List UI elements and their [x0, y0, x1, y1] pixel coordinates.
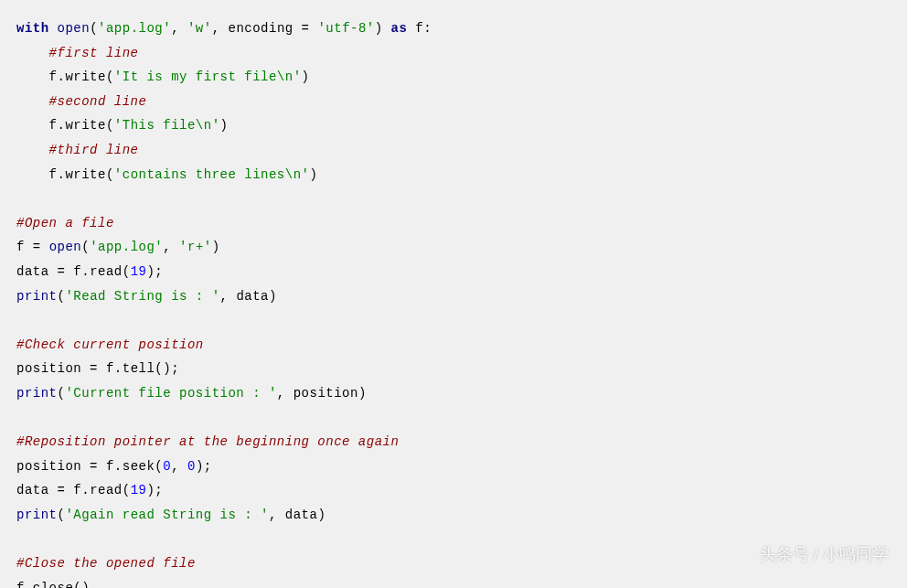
ident-position: position	[16, 361, 81, 376]
string-filename: 'app.log'	[98, 21, 171, 36]
code-line-1: with open('app.log', 'w', encoding = 'ut…	[16, 16, 891, 41]
call-seek: f.seek	[106, 459, 155, 474]
code-line-12: #Check current position	[16, 333, 891, 358]
builtin-open: open	[49, 240, 82, 254]
call-write: f.write	[49, 118, 106, 133]
ident-f: f	[16, 240, 25, 254]
number-0: 0	[163, 459, 171, 474]
ident-data: data	[236, 289, 269, 304]
code-line-14: print('Current file position : ', positi…	[16, 381, 891, 406]
comment-third: #third line	[49, 143, 139, 157]
string-line3: 'contains three lines\n'	[114, 167, 310, 182]
builtin-print: print	[16, 289, 58, 304]
code-line-4: #second line	[16, 90, 891, 114]
keyword-as: as	[391, 21, 408, 36]
string-line2: 'This file\n'	[114, 118, 220, 133]
ident-position: position	[293, 386, 358, 401]
string-line1: 'It is my first file\n'	[114, 69, 302, 84]
code-block: with open('app.log', 'w', encoding = 'ut…	[16, 16, 891, 588]
code-line-3: f.write('It is my first file\n')	[16, 65, 891, 90]
blank-line	[16, 187, 891, 211]
code-line-11: print('Read String is : ', data)	[16, 284, 891, 309]
string-mode: 'r+'	[179, 240, 212, 254]
builtin-print: print	[16, 386, 58, 401]
number-0: 0	[187, 459, 196, 474]
keyword-with: with	[16, 21, 49, 36]
string-filename: 'app.log'	[90, 240, 163, 254]
comment-first: #first line	[49, 46, 139, 60]
comment-open: #Open a file	[16, 216, 114, 230]
string-position: 'Current file position : '	[65, 386, 276, 401]
builtin-print: print	[16, 508, 58, 522]
ident-f: f:	[415, 21, 432, 36]
code-line-16: position = f.seek(0, 0);	[16, 454, 891, 479]
code-line-10: data = f.read(19);	[16, 260, 891, 284]
code-line-6: #third line	[16, 138, 891, 163]
param-encoding: encoding	[229, 21, 293, 36]
number-19: 19	[131, 483, 147, 497]
code-line-9: f = open('app.log', 'r+')	[16, 235, 891, 260]
code-line-13: position = f.tell();	[16, 357, 891, 381]
comment-close: #Close the opened file	[16, 556, 196, 571]
blank-line	[16, 308, 891, 333]
ident-data: data	[285, 508, 318, 522]
ident-data: data	[16, 483, 49, 497]
code-line-20: f.close()	[16, 576, 891, 588]
builtin-open: open	[58, 21, 91, 36]
ident-position: position	[16, 459, 81, 474]
string-mode: 'w'	[187, 21, 212, 36]
string-encoding: 'utf-8'	[317, 21, 374, 36]
call-close: f.close	[16, 581, 73, 588]
comment-reposition: #Reposition pointer at the beginning onc…	[16, 434, 399, 449]
ident-data: data	[16, 264, 49, 279]
call-tell: f.tell	[106, 361, 155, 376]
code-line-15: #Reposition pointer at the beginning onc…	[16, 430, 891, 454]
call-read: f.read	[73, 483, 122, 497]
code-line-18: print('Again read String is : ', data)	[16, 503, 891, 528]
number-19: 19	[131, 264, 147, 279]
code-line-7: f.write('contains three lines\n')	[16, 163, 891, 187]
call-read: f.read	[73, 264, 122, 279]
code-line-5: f.write('This file\n')	[16, 113, 891, 138]
string-again: 'Again read String is : '	[65, 508, 269, 522]
call-write: f.write	[49, 167, 106, 182]
blank-line	[16, 406, 891, 431]
code-line-2: #first line	[16, 41, 891, 66]
call-write: f.write	[49, 69, 106, 84]
comment-second: #second line	[49, 94, 147, 109]
watermark-text: 头条号 / 小鸣同学	[760, 539, 889, 570]
comment-check: #Check current position	[16, 337, 204, 352]
string-read: 'Read String is : '	[65, 289, 219, 304]
code-line-8: #Open a file	[16, 211, 891, 236]
code-line-17: data = f.read(19);	[16, 478, 891, 503]
